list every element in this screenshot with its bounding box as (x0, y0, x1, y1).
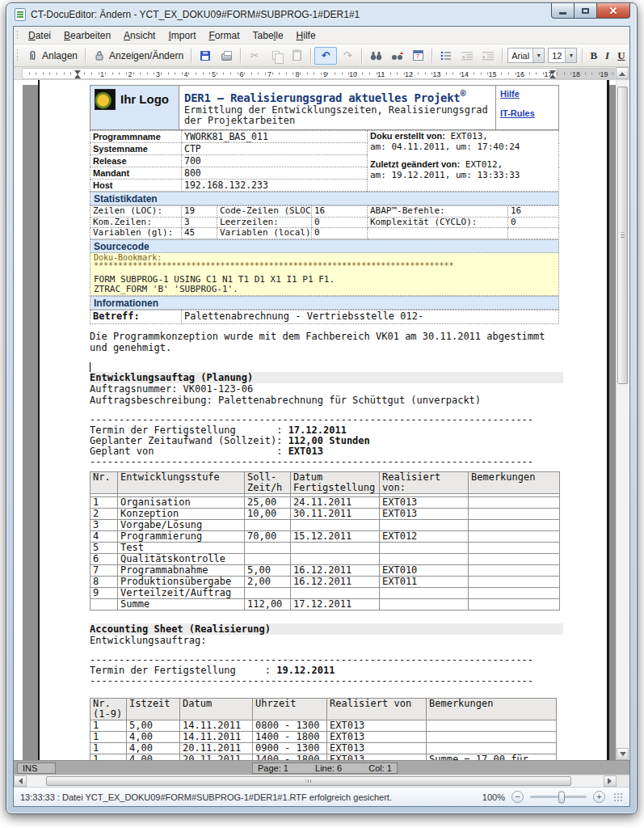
cut-button[interactable]: ✂ (244, 48, 265, 64)
scroll-up-button[interactable] (616, 67, 629, 79)
table-cell: Konzeption (118, 508, 245, 519)
maximize-button[interactable] (575, 3, 596, 19)
table-header-cell: Realisiert von: (380, 471, 469, 493)
menu-item-format[interactable]: Format (203, 28, 246, 43)
table-cell: Summe (118, 598, 245, 610)
table-cell: 6 (90, 553, 118, 564)
table-cell: 20.11.2011 (180, 754, 253, 760)
ruler[interactable]: 12345678910111213141516171819 (22, 68, 615, 79)
table-row: 15,0014.11.20110800 - 1300EXT013 (90, 720, 557, 731)
stats-row: Kom.Zeilen:3Leerzeilen:0Komplexität (CYC… (90, 217, 559, 228)
table-cell: Summe = 17,00 für Organisation (427, 754, 557, 760)
info-value: CTP (182, 143, 368, 155)
separator (191, 49, 192, 63)
horizontal-scrollbar[interactable] (14, 775, 629, 787)
title-bar[interactable]: CT-DocuEditor: Ändern - YCT_EX_DOKU09#FO… (6, 3, 637, 26)
auftragsbeschreibung-line: Auftragsbeschreibung: Palettenabrechnung… (90, 395, 570, 406)
menu-item-datei[interactable]: Datei (22, 28, 57, 43)
vertical-scrollbar-thumb[interactable] (617, 87, 628, 384)
close-button[interactable]: ✕ (596, 3, 630, 19)
info-value: 700 (182, 155, 368, 167)
table-header-cell: Entwicklungsstufe (118, 471, 245, 493)
scroll-down-button[interactable] (617, 748, 629, 760)
separator (502, 49, 503, 63)
bullet-list-button[interactable] (436, 48, 457, 64)
menu-item-ansicht[interactable]: Ansicht (117, 28, 162, 43)
table-cell: EXT013 (327, 720, 427, 731)
table-cell (469, 553, 560, 564)
chevron-down-icon[interactable]: ▼ (532, 49, 544, 62)
stats-label: Zeilen (LOC): (90, 206, 182, 218)
table-row: 7Programmabnahme5,0016.12.2011EXT010 (90, 564, 560, 576)
table-cell: 1 (90, 496, 118, 508)
table-cell (245, 587, 291, 598)
font-size-select[interactable]: 12 ▼ (548, 48, 577, 63)
scroll-right-button[interactable] (604, 775, 617, 787)
anlagen-button[interactable]: Anlagen (22, 48, 82, 64)
zoom-out-button[interactable]: − (511, 791, 524, 803)
minimize-button[interactable] (551, 3, 575, 19)
table-cell: 16.12.2011 (291, 576, 380, 587)
zoom-slider[interactable] (530, 796, 587, 798)
font-family-select[interactable]: Arial ▼ (507, 48, 545, 63)
info-label: Mandant (90, 167, 182, 180)
chevron-down-icon[interactable]: ▼ (565, 49, 576, 62)
resize-grip[interactable] (613, 792, 623, 802)
heading-accounting-sheet: Accounting Sheet (Realisierung) (90, 623, 563, 635)
indent-button[interactable] (478, 48, 499, 64)
undo-button[interactable]: ↶ (314, 47, 337, 65)
program-info-table: Programmname YWORK81_BAS_011 Doku erstel… (90, 130, 559, 192)
horizontal-scrollbar-thumb[interactable] (46, 776, 571, 786)
bold-icon: B (590, 49, 597, 62)
table-cell: Programmierung (118, 530, 245, 542)
print-button[interactable] (216, 48, 237, 64)
anzeigen-aendern-button[interactable]: Anzeigen/Ändern (89, 48, 187, 64)
table-cell (380, 519, 469, 530)
zoom-slider-thumb[interactable] (558, 791, 565, 803)
table-header-row: Nr.EntwicklungsstufeSoll- Zeit/hDatum Fe… (90, 471, 560, 493)
table-cell (245, 542, 291, 553)
scroll-left-button[interactable] (14, 775, 27, 787)
table-cell: 4,00 (127, 742, 180, 754)
betreff-value: Palettenabrechnung - Vertriebsstelle 012… (182, 310, 559, 323)
vertical-scrollbar[interactable] (616, 80, 629, 760)
margin-marker-left[interactable] (74, 74, 81, 78)
paste-button[interactable] (286, 48, 307, 64)
italic-button[interactable]: I (601, 48, 613, 64)
section-header-informationen: Informationen (90, 296, 559, 310)
bold-button[interactable]: B (586, 48, 601, 64)
minimize-icon (559, 12, 566, 15)
app-window: CT-DocuEditor: Ändern - YCT_EX_DOKU09#FO… (6, 2, 638, 814)
separator (85, 49, 86, 63)
underline-button[interactable]: U (613, 48, 629, 64)
source-line: FORM SUBPROG-1 USING C1 N1 T1 D1 X1 I1 P… (94, 275, 555, 285)
betreff-table: Betreff: Palettenabrechnung - Vertriebss… (90, 310, 559, 324)
table-cell: 1400 - 1800 (253, 731, 327, 742)
arrow-right-icon (608, 778, 615, 784)
find-next-button[interactable] (386, 48, 407, 64)
menu-item-import[interactable]: Import (162, 28, 202, 43)
find-button[interactable] (365, 48, 386, 64)
date-insert-button[interactable]: 7 (407, 48, 428, 64)
close-icon: ✕ (609, 5, 618, 17)
document-page[interactable]: Ihr Logo DER1 – Realisierungsgrad aktuel… (38, 80, 609, 760)
hilfe-link[interactable]: Hilfe (500, 88, 554, 99)
menu-item-bearbeiten[interactable]: Bearbeiten (57, 28, 117, 43)
menu-item-tabelle[interactable]: Tabelle (246, 28, 290, 43)
calendar-icon: 7 (411, 49, 424, 62)
table-cell: 16.12.2011 (291, 564, 380, 576)
menu-item-hilfe[interactable]: Hilfe (290, 28, 322, 43)
table-cell (291, 519, 380, 530)
it-rules-link[interactable]: IT-Rules (500, 108, 554, 119)
doc-subtitle: Ermittlung der Entwicklungszeiten, Reali… (184, 105, 490, 127)
table-cell: 14.11.2011 (180, 731, 253, 742)
outdent-button[interactable] (457, 48, 478, 64)
doc-title-cell: DER1 – Realisierungsgrad aktuelles Proje… (179, 86, 496, 130)
redo-button[interactable]: ↷ (337, 48, 358, 64)
save-button[interactable] (195, 48, 216, 64)
zoom-in-button[interactable]: + (593, 791, 605, 803)
table-row: Summe112,0017.12.2011 (90, 598, 560, 610)
copy-button[interactable] (265, 48, 286, 64)
stats-label: Code-Zeilen (SLOC): (217, 206, 312, 218)
table-cell: 4 (90, 530, 118, 542)
